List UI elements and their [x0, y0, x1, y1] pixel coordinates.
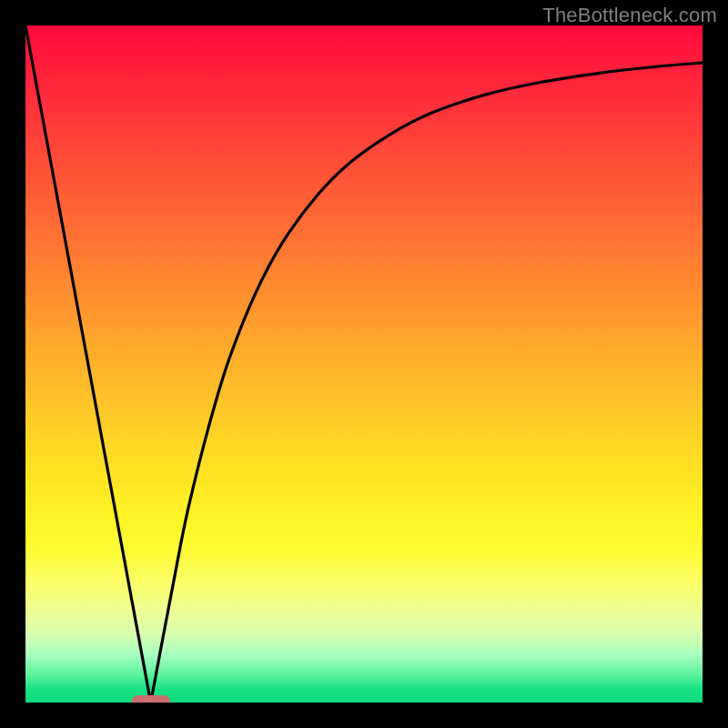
bottleneck-curve — [25, 25, 703, 703]
chart-frame: TheBottleneck.com — [0, 0, 728, 728]
plot-area — [25, 25, 703, 703]
watermark-text: TheBottleneck.com — [542, 4, 717, 27]
minimum-marker — [132, 695, 170, 703]
